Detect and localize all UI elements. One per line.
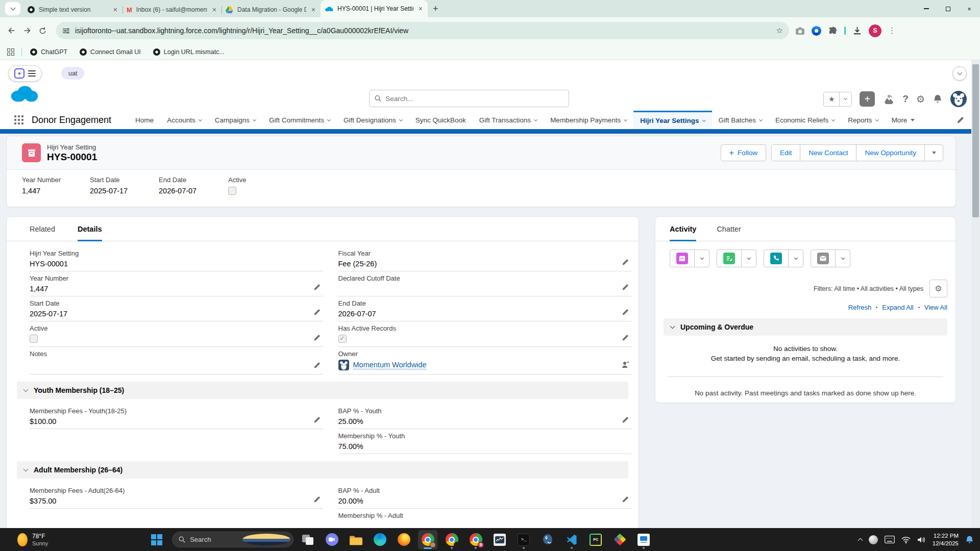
nav-tab-hijri-year-settings[interactable]: Hijri Year Settings — [633, 111, 712, 129]
expand-all-link[interactable]: Expand All — [882, 304, 913, 311]
tab-activity[interactable]: Activity — [670, 217, 696, 241]
nav-tab-gift-batches[interactable]: Gift Batches — [712, 111, 769, 129]
global-actions-button[interactable]: + — [860, 91, 875, 107]
terminal-button[interactable]: >_ — [514, 530, 533, 549]
bookmark-connect-gmail[interactable]: Connect Gmail UI — [80, 48, 141, 56]
more-actions-dropdown[interactable] — [924, 145, 943, 161]
nav-tab-economic-reliefs[interactable]: Economic Reliefs — [769, 111, 841, 129]
edit-pencil-icon[interactable] — [313, 361, 321, 369]
view-all-link[interactable]: View All — [924, 304, 947, 311]
refresh-link[interactable]: Refresh — [848, 304, 872, 311]
pycharm-button[interactable]: PC — [586, 530, 605, 549]
tray-app-icon[interactable] — [869, 535, 878, 544]
email-dropdown[interactable] — [835, 250, 850, 267]
chrome-profile1-button[interactable] — [418, 530, 437, 549]
call-dropdown[interactable] — [788, 250, 803, 267]
nav-tab-reports[interactable]: Reports — [841, 111, 885, 129]
search-input[interactable] — [385, 95, 564, 103]
help-icon[interactable]: ? — [902, 93, 909, 105]
new-tab-button[interactable]: + — [433, 4, 438, 14]
section-youth-membership[interactable]: Youth Membership (18–25) — [17, 382, 628, 399]
new-contact-button[interactable]: New Contact — [800, 145, 856, 161]
chat-button[interactable] — [322, 530, 341, 549]
edit-pencil-icon[interactable] — [622, 495, 629, 503]
browser-tab-salesforce-active[interactable]: HYS-00001 | Hijri Year Setting | S × — [321, 0, 428, 17]
activity-settings-button[interactable]: ⚙ — [929, 280, 947, 297]
app-launcher-icon[interactable] — [14, 115, 23, 124]
browser-tab-drive[interactable]: Data Migration - Google Drive × — [222, 2, 321, 17]
nav-tab-gift-transactions[interactable]: Gift Transactions — [473, 111, 544, 129]
nav-tab-gift-commitments[interactable]: Gift Commitments — [262, 111, 337, 129]
window-minimize-button[interactable] — [916, 0, 937, 17]
tab-close-icon[interactable]: × — [211, 6, 217, 14]
edit-pencil-icon[interactable] — [622, 334, 629, 341]
taskbar-search[interactable]: Search — [172, 532, 293, 547]
new-opportunity-button[interactable]: New Opportunity — [856, 145, 924, 161]
password-manager-icon[interactable] — [812, 26, 821, 36]
tab-details[interactable]: Details — [78, 217, 102, 241]
scrollbar-thumb[interactable] — [972, 64, 979, 217]
tab-close-icon[interactable]: × — [418, 5, 424, 13]
follow-button[interactable]: +Follow — [721, 144, 766, 161]
tab-close-icon[interactable]: × — [112, 6, 118, 14]
tab-close-icon[interactable]: × — [310, 6, 316, 14]
chrome-profile2-button[interactable] — [442, 530, 461, 549]
edit-nav-pencil-icon[interactable] — [957, 116, 965, 124]
vscode-button[interactable] — [562, 530, 581, 549]
section-adult-membership[interactable]: Adult Membership (26–64) — [17, 461, 628, 479]
touch-keyboard-icon[interactable] — [885, 536, 895, 543]
bookmark-login-url[interactable]: Login URL mismatc... — [153, 48, 225, 56]
favorites-button[interactable]: ★ — [823, 92, 852, 107]
back-button[interactable] — [4, 26, 19, 35]
nav-tab-home[interactable]: Home — [129, 111, 160, 129]
window-maximize-button[interactable] — [937, 0, 959, 17]
nav-tab-membership-payments[interactable]: Membership Payments — [544, 111, 633, 129]
downloads-icon[interactable] — [852, 26, 862, 36]
edit-pencil-icon[interactable] — [313, 283, 321, 291]
task-dropdown[interactable] — [741, 250, 756, 267]
new-task-button[interactable] — [717, 250, 741, 267]
wifi-icon[interactable] — [901, 536, 911, 543]
nav-tab-sync-quickbook[interactable]: Sync QuickBook — [409, 111, 473, 129]
browser-menu-icon[interactable]: ⋮ — [888, 26, 896, 35]
nav-tab-accounts[interactable]: Accounts — [160, 111, 208, 129]
nav-tab-more[interactable]: More — [885, 111, 922, 129]
bookmark-chatgpt[interactable]: ChatGPT — [30, 48, 67, 56]
taskbar-weather-widget[interactable]: 78°F Sunny — [17, 533, 48, 546]
forward-button[interactable] — [19, 26, 35, 35]
task-view-button[interactable] — [298, 530, 317, 549]
trailhead-icon[interactable] — [883, 94, 895, 104]
browser-tab-inbox[interactable]: M Inbox (6) - saiful@momentum- × — [122, 2, 222, 17]
bookmark-star-icon[interactable]: ☆ — [776, 26, 783, 35]
apps-grid-icon[interactable] — [7, 48, 14, 56]
screenshot-camera-icon[interactable] — [795, 27, 805, 35]
edit-pencil-icon[interactable] — [622, 258, 629, 266]
file-explorer-button[interactable] — [346, 530, 365, 549]
chrome-profile3-button[interactable]: S — [466, 530, 485, 549]
dbeaver-button[interactable] — [610, 530, 629, 549]
log-call-button[interactable] — [764, 250, 788, 267]
edit-pencil-icon[interactable] — [622, 283, 629, 291]
taskpro-button[interactable] — [634, 530, 653, 549]
tab-related[interactable]: Related — [30, 217, 55, 241]
notifications-bell-icon[interactable] — [965, 535, 974, 544]
start-button[interactable] — [148, 530, 167, 549]
new-event-button[interactable] — [670, 250, 694, 267]
edit-pencil-icon[interactable] — [313, 495, 321, 503]
upcoming-overdue-section[interactable]: Upcoming & Overdue — [664, 318, 947, 336]
page-scrollbar[interactable] — [971, 60, 980, 528]
event-dropdown[interactable] — [694, 250, 709, 267]
change-owner-icon[interactable] — [621, 361, 629, 369]
nav-tab-gift-designations[interactable]: Gift Designations — [337, 111, 409, 129]
notifications-bell-icon[interactable] — [933, 94, 943, 104]
tab-search-button[interactable] — [5, 2, 20, 15]
setup-gear-icon[interactable]: ⚙ — [916, 93, 925, 105]
firefox-button[interactable] — [394, 530, 413, 549]
tab-chatter[interactable]: Chatter — [717, 217, 741, 241]
einstein-assistant-pill[interactable] — [8, 65, 42, 82]
edit-pencil-icon[interactable] — [313, 416, 321, 423]
performance-monitor-button[interactable] — [490, 530, 509, 549]
browser-tab-simple-text[interactable]: Simple text version × — [23, 2, 122, 17]
email-button[interactable] — [811, 250, 835, 267]
taskbar-clock[interactable]: 12:22 PM 12/4/2025 — [933, 532, 959, 547]
